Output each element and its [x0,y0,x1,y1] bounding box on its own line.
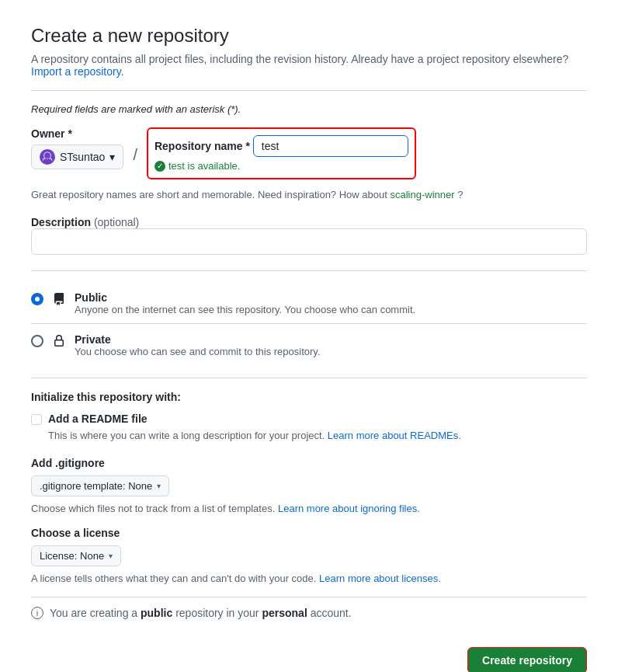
license-dropdown-label: License: None [40,550,104,562]
description-optional: (optional) [94,216,139,228]
private-desc: You choose who can see and commit to thi… [75,346,321,357]
repo-name-group: Repository name * ✓ test is available. [147,127,416,179]
visibility-section: Public Anyone on the internet can see th… [31,284,587,365]
license-note: A license tells others what they can and… [31,573,587,584]
license-dropdown[interactable]: License: None ▾ [31,545,121,566]
info-emphasis-personal: personal [262,607,307,619]
gitignore-dropdown[interactable]: .gitignore template: None ▾ [31,475,169,496]
repo-name-box: Repository name * ✓ test is available. [147,127,416,179]
gitignore-title: Add .gitignore [31,457,587,469]
owner-reponame-row: Owner * STsuntao ▾ / Repository name * ✓… [31,127,587,179]
license-section: Choose a license License: None ▾ A licen… [31,527,587,584]
gitignore-caret: ▾ [157,482,161,490]
info-icon: i [31,607,43,619]
gitignore-section: Add .gitignore .gitignore template: None… [31,457,587,514]
repo-name-label: Repository name * [154,140,250,152]
page-subtitle: A repository contains all project files,… [31,53,587,78]
info-bar: i You are creating a public repository i… [31,597,587,628]
public-radio[interactable] [31,293,43,305]
public-option-row: Public Anyone on the internet can see th… [31,284,587,323]
readme-label-group: Add a README file [48,413,148,425]
divider-top [31,90,587,91]
init-title: Initialize this repository with: [31,391,587,403]
owner-group: Owner * STsuntao ▾ [31,127,123,169]
divider-visibility [31,270,587,271]
repo-name-input[interactable] [253,135,408,157]
owner-dropdown-caret: ▾ [109,151,115,163]
inspiration-text: Great repository names are short and mem… [31,189,587,200]
page-title: Create a new repository [31,25,587,47]
footer-row: Create repository [31,647,587,672]
public-title: Public [75,291,415,304]
public-desc: Anyone on the internet can see this repo… [75,304,415,315]
description-label: Description (optional) [31,216,139,228]
readme-checkbox-row: Add a README file [31,413,587,425]
private-title: Private [75,333,321,346]
private-option-row: Private You choose who can see and commi… [31,323,587,365]
license-title: Choose a license [31,527,587,539]
owner-avatar-icon [42,151,53,162]
private-text-group: Private You choose who can see and commi… [75,333,321,357]
available-message: ✓ test is available. [154,160,408,172]
description-input[interactable] [31,228,587,255]
gitignore-note: Choose which files not to track from a l… [31,503,587,514]
check-circle-icon: ✓ [154,161,165,172]
license-learn-more[interactable]: Learn more about licenses. [319,573,441,584]
init-section: Initialize this repository with: Add a R… [31,391,587,441]
info-emphasis-public: public [141,607,172,619]
description-group: Description (optional) [31,216,587,255]
gitignore-dropdown-label: .gitignore template: None [40,480,152,492]
readme-checkbox[interactable] [31,414,42,425]
private-icon [53,335,65,350]
gitignore-learn-more[interactable]: Learn more about ignoring files. [278,503,420,514]
readme-label: Add a README file [48,413,148,425]
public-text-group: Public Anyone on the internet can see th… [75,291,415,315]
readme-sublabel: This is where you can write a long descr… [48,430,587,441]
owner-label: Owner * [31,127,123,140]
required-note: Required fields are marked with an aster… [31,103,587,115]
owner-value: STsuntao [60,151,105,163]
license-caret: ▾ [109,552,113,560]
create-repository-button[interactable]: Create repository [467,647,587,672]
available-text: test is available. [168,160,241,172]
owner-select[interactable]: STsuntao ▾ [31,144,123,169]
private-radio[interactable] [31,335,43,347]
public-icon [53,293,65,308]
owner-avatar [40,149,55,165]
readme-learn-more[interactable]: Learn more about READMEs [328,430,458,441]
suggestion-link[interactable]: scaling-winner [390,189,454,200]
divider-init [31,378,587,378]
import-link[interactable]: Import a repository. [31,65,124,78]
slash-separator: / [133,146,137,164]
